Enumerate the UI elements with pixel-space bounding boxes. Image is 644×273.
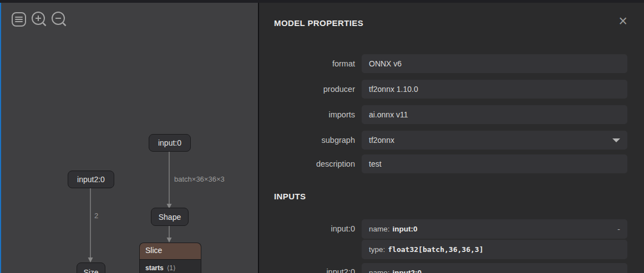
field-row-description: description test [259,154,644,173]
field-row-imports: imports ai.onnx v11 [259,105,644,124]
attribute-value: ⟨1⟩ [167,264,176,272]
io-label-input2: input2:0 [259,267,355,273]
edge-label-shape: batch×36×36×3 [174,175,225,183]
field-row-subgraph: subgraph tf2onnx [259,131,644,150]
properties-sidebar: MODEL PROPERTIES × format ONNX v6 produc… [259,3,644,273]
zoom-out-icon [51,21,68,29]
field-row-producer: producer tf2onnx 1.10.0 [259,80,644,99]
field-label-producer: producer [259,80,355,99]
io-name-value: input2:0 [393,269,422,273]
graph-node-shape[interactable]: Shape [151,208,189,226]
graph-node-label: input2:0 [77,175,105,184]
window-top-strip [0,0,644,3]
graph-node-header: Slice [139,243,201,259]
producer-value: tf2onnx 1.10.0 [362,80,627,99]
io-key: type: [369,245,385,254]
field-row-format: format ONNX v6 [259,54,644,73]
field-value: ai.onnx v11 [369,110,408,119]
panel-title: MODEL PROPERTIES [274,18,363,28]
zoom-in-button[interactable] [31,11,48,28]
io-key: name: [369,269,390,273]
edge-label-size: 2 [94,212,98,220]
graph-node-attributes: starts⟨1⟩ [139,259,201,273]
menu-button[interactable] [11,12,27,27]
menu-icon [11,20,27,29]
field-value: test [369,159,382,168]
graph-node-label: Shape [159,213,181,222]
field-value: ONNX v6 [369,59,402,68]
attribute-name: starts [145,264,164,272]
graph-canvas[interactable]: input:0 input2:0 Shape Slice starts⟨1⟩ S… [1,3,258,273]
imports-value: ai.onnx v11 [362,105,627,124]
inputs-section-title: INPUTS [274,192,306,201]
input0-name-row: name:input:0 - [362,219,627,239]
graph-edges [1,3,258,273]
close-icon[interactable]: × [618,14,627,29]
subgraph-select[interactable]: tf2onnx [362,131,627,150]
chevron-down-icon[interactable] [612,138,620,142]
io-type-value: float32[batch,36,36,3] [388,245,483,254]
input2-name-row: name:input2:0 [362,263,627,273]
input0-type-row: type:float32[batch,36,36,3] [362,240,627,259]
io-label-input0: input:0 [259,224,355,233]
zoom-out-button[interactable] [51,11,68,28]
graph-node-label: Size [83,268,98,273]
graph-node-slice[interactable]: Slice starts⟨1⟩ [139,243,201,273]
window-accent-strip [0,3,1,273]
graph-node-input2[interactable]: input2:0 [68,171,114,188]
field-value: tf2onnx [369,136,394,145]
zoom-in-icon [31,21,48,29]
field-label-description: description [259,154,355,173]
description-input[interactable]: test [362,154,627,173]
field-label-imports: imports [259,105,355,124]
field-value: tf2onnx 1.10.0 [369,85,418,94]
field-label-subgraph: subgraph [259,131,355,150]
format-value: ONNX v6 [362,54,627,73]
collapse-toggle[interactable]: - [617,219,620,239]
graph-node-size[interactable]: Size [77,262,105,273]
field-label-format: format [259,54,355,73]
io-key: name: [369,225,390,233]
graph-node-label: input:0 [158,138,181,147]
io-name-value: input:0 [393,225,418,233]
graph-node-input0[interactable]: input:0 [149,134,191,152]
